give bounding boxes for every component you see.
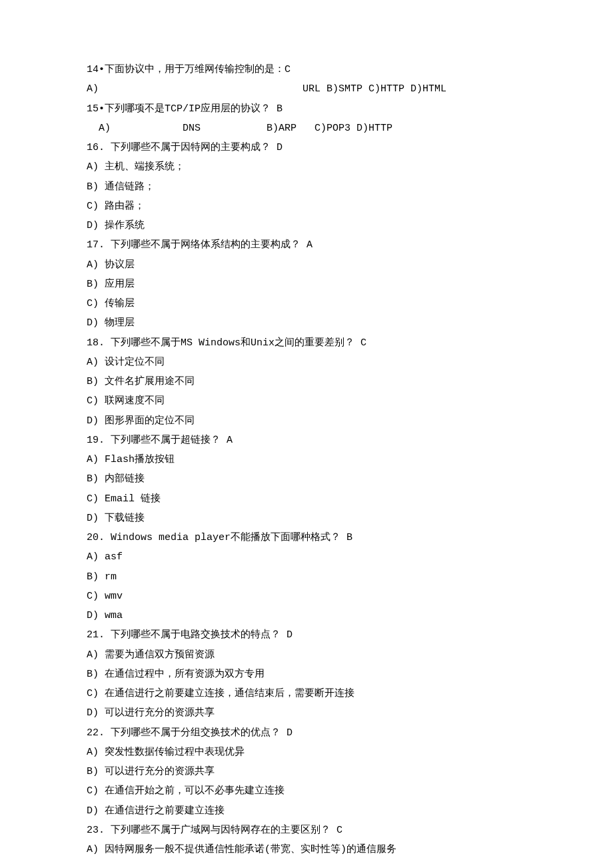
text-line: A) 因特网服务一般不提供通信性能承诺(带宽、实时性等)的通信服务 [87,840,526,859]
document-body: 14•下面协议中，用于万维网传输控制的是：CA) URL B)SMTP C)HT… [87,60,526,859]
text-line: A) Flash播放按钮 [87,450,526,469]
text-line: 14•下面协议中，用于万维网传输控制的是：C [87,60,526,79]
text-line: A) 主机、端接系统； [87,157,526,177]
text-line: 22. 下列哪些不属于分组交换技术的优点？ D [87,723,526,743]
text-line: C) Email 链接 [87,489,526,509]
text-line: A) 设计定位不同 [87,353,526,372]
text-line: A) 协议层 [87,255,526,275]
text-line: A) 需要为通信双方预留资源 [87,645,526,665]
text-line: B) 内部链接 [87,469,526,489]
text-line: A) 突发性数据传输过程中表现优异 [87,743,526,762]
text-line: D) 在通信进行之前要建立连接 [87,801,526,821]
text-line: B) 应用层 [87,275,526,294]
text-line: B) 通信链路； [87,177,526,197]
text-line: C) wmv [87,587,526,606]
text-line: A) DNS B)ARP C)POP3 D)HTTP [87,119,526,138]
text-line: 20. Windows media player不能播放下面哪种格式？ B [87,528,526,547]
text-line: 21. 下列哪些不属于电路交换技术的特点？ D [87,625,526,645]
text-line: D) 可以进行充分的资源共享 [87,703,526,723]
text-line: 23. 下列哪些不属于广域网与因特网存在的主要区别？ C [87,821,526,840]
text-line: 15•下列哪项不是TCP/IP应用层的协议？ B [87,99,526,119]
text-line: D) 下载链接 [87,509,526,528]
text-line: 19. 下列哪些不属于超链接？ A [87,431,526,450]
text-line: D) wma [87,606,526,625]
text-line: D) 图形界面的定位不同 [87,411,526,431]
text-line: B) rm [87,567,526,587]
text-line: A) URL B)SMTP C)HTTP D)HTML [87,79,526,99]
text-line: C) 联网速度不同 [87,391,526,411]
text-line: B) 在通信过程中，所有资源为双方专用 [87,665,526,684]
text-line: C) 传输层 [87,294,526,313]
text-line: B) 可以进行充分的资源共享 [87,762,526,781]
text-line: 18. 下列哪些不属于MS Windows和Unix之间的重要差别？ C [87,333,526,353]
text-line: C) 在通信开始之前，可以不必事先建立连接 [87,781,526,801]
text-line: C) 路由器； [87,197,526,216]
text-line: 16. 下列哪些不属于因特网的主要构成？ D [87,138,526,157]
text-line: A) asf [87,547,526,567]
text-line: D) 物理层 [87,313,526,333]
text-line: B) 文件名扩展用途不同 [87,372,526,391]
text-line: C) 在通信进行之前要建立连接，通信结束后，需要断开连接 [87,684,526,703]
text-line: 17. 下列哪些不属于网络体系结构的主要构成？ A [87,235,526,255]
text-line: D) 操作系统 [87,216,526,235]
